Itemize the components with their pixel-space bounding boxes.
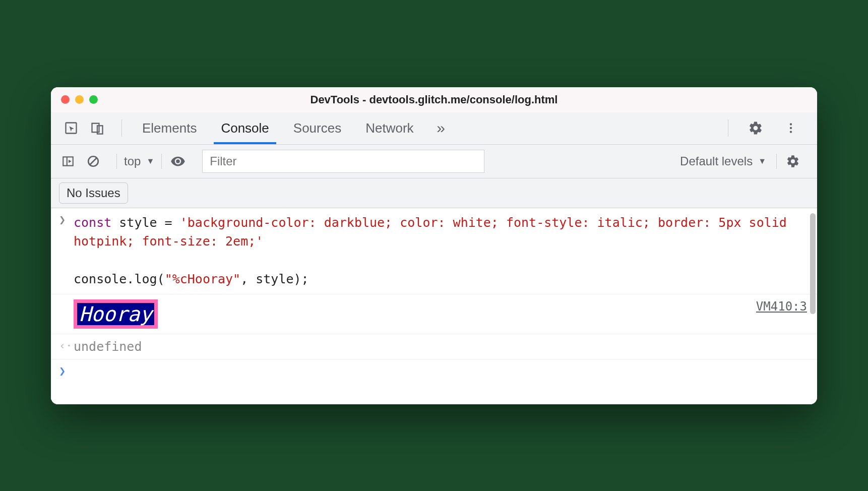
divider: [161, 154, 162, 169]
settings-icon[interactable]: [746, 118, 766, 138]
svg-point-4: [790, 127, 792, 129]
minimize-window-button[interactable]: [75, 95, 84, 104]
divider: [776, 154, 777, 169]
device-toolbar-icon[interactable]: [87, 118, 107, 138]
console-log-row: Hooray VM410:3: [51, 294, 817, 334]
svg-point-5: [790, 131, 792, 133]
divider: [728, 119, 728, 137]
chevron-down-icon: ▼: [758, 157, 766, 166]
console-input-code: const style = 'background-color: darkblu…: [74, 213, 807, 289]
return-marker-icon: ‹·: [59, 339, 73, 352]
prompt-marker-icon: ❯: [59, 364, 66, 377]
svg-point-3: [790, 123, 792, 125]
issues-button[interactable]: No Issues: [59, 182, 128, 204]
console-sidebar-toggle-icon[interactable]: [59, 152, 77, 170]
chevron-down-icon: ▼: [146, 157, 154, 166]
context-label: top: [124, 154, 141, 168]
console-prompt-row[interactable]: ❯: [51, 359, 817, 384]
tab-console[interactable]: Console: [209, 112, 281, 144]
context-selector[interactable]: top ▼: [124, 154, 154, 168]
levels-label: Default levels: [680, 154, 753, 168]
styled-log-output: Hooray: [74, 299, 158, 329]
console-settings-icon[interactable]: [784, 152, 802, 170]
tabbar: Elements Console Sources Network »: [51, 112, 817, 145]
more-tabs-icon[interactable]: »: [431, 118, 451, 138]
tab-network[interactable]: Network: [353, 112, 425, 144]
titlebar: DevTools - devtools.glitch.me/console/lo…: [51, 87, 817, 112]
divider: [121, 119, 122, 137]
tab-elements[interactable]: Elements: [130, 112, 209, 144]
svg-rect-1: [92, 124, 99, 132]
filter-input[interactable]: [202, 150, 484, 173]
issues-bar: No Issues: [51, 178, 817, 208]
console-input-row: ❯ const style = 'background-color: darkb…: [51, 208, 817, 294]
tab-network-label: Network: [365, 120, 413, 136]
console-toolbar: top ▼ Default levels ▼: [51, 145, 817, 178]
close-window-button[interactable]: [61, 95, 70, 104]
inspect-element-icon[interactable]: [61, 118, 81, 138]
window-controls: [61, 95, 98, 104]
log-levels-selector[interactable]: Default levels ▼: [680, 154, 766, 168]
console-return-row: ‹· undefined: [51, 334, 817, 359]
tab-console-label: Console: [221, 120, 269, 136]
clear-console-icon[interactable]: [84, 152, 102, 170]
tab-sources-label: Sources: [293, 120, 341, 136]
svg-line-10: [90, 158, 97, 164]
input-marker-icon: ❯: [59, 213, 66, 226]
source-link[interactable]: VM410:3: [756, 299, 807, 314]
devtools-window: DevTools - devtools.glitch.me/console/lo…: [51, 87, 817, 404]
svg-marker-8: [69, 159, 71, 163]
console-output: ❯ const style = 'background-color: darkb…: [51, 208, 817, 404]
svg-rect-6: [63, 157, 73, 165]
return-value: undefined: [74, 339, 142, 354]
live-expression-icon[interactable]: [169, 152, 187, 170]
window-title: DevTools - devtools.glitch.me/console/lo…: [51, 93, 817, 106]
divider: [116, 154, 117, 169]
tab-elements-label: Elements: [142, 120, 197, 136]
tab-sources[interactable]: Sources: [281, 112, 353, 144]
kebab-menu-icon[interactable]: [781, 118, 801, 138]
maximize-window-button[interactable]: [89, 95, 98, 104]
